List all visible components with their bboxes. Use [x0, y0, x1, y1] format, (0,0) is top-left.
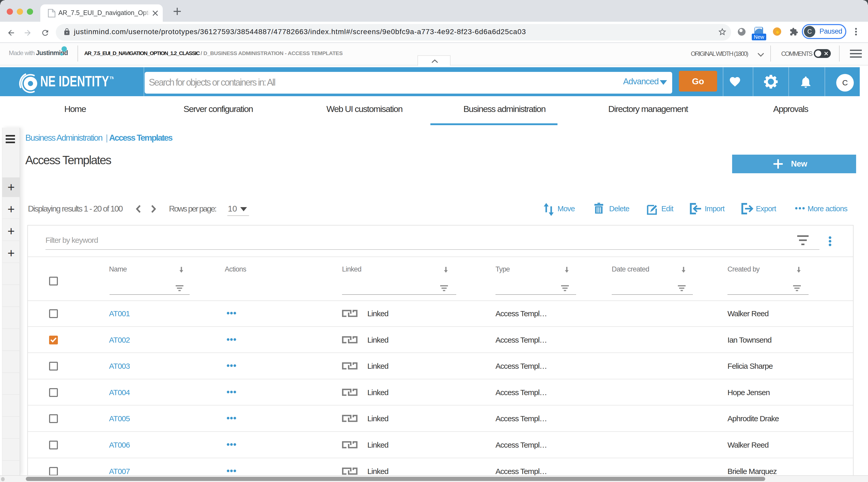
svg-text:NE IDENTITY: NE IDENTITY: [40, 73, 109, 89]
svg-text:TM: TM: [110, 76, 114, 80]
